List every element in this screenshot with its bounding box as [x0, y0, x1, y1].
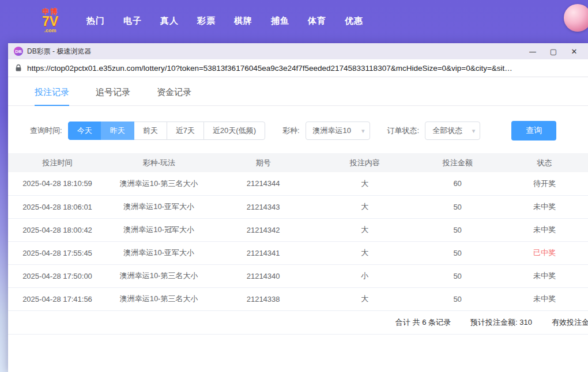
cell-issue-number: 21214341: [211, 241, 315, 264]
cell-status: 已中奖: [501, 241, 588, 264]
time-button-近20天(低频)[interactable]: 近20天(低频): [203, 122, 265, 140]
table-row: 2025-04-28 18:00:42澳洲幸运10-冠军大小21214342大5…: [8, 218, 588, 241]
cell-bet-amount: 50: [414, 218, 501, 241]
site-logo[interactable]: 申博 7V .com: [33, 8, 67, 33]
table-row: 2025-04-28 18:06:01澳洲幸运10-亚军大小21214343大5…: [8, 195, 588, 218]
cell-status: 未中奖: [501, 218, 588, 241]
cell-bet-time: 2025-04-28 17:55:45: [8, 241, 107, 264]
cell-status: 未中奖: [501, 195, 588, 218]
close-button[interactable]: ✕: [564, 44, 585, 59]
cell-bet-amount: 50: [414, 264, 501, 287]
page-content: 投注记录追号记录资金记录 查询时间: 今天昨天前天近7天近20天(低频) 彩种:…: [8, 77, 588, 372]
cell-bet-time: 2025-04-28 18:06:01: [8, 195, 107, 218]
cell-issue-number: 21214340: [211, 264, 315, 287]
table-row: 2025-04-28 17:41:56澳洲幸运10-第三名大小21214338大…: [8, 287, 588, 310]
cell-status: 未中奖: [501, 287, 588, 310]
lock-icon: [15, 64, 22, 72]
cell-bet-time: 2025-04-28 18:00:42: [8, 218, 107, 241]
nav-item-棋牌[interactable]: 棋牌: [234, 16, 252, 26]
cell-bet-content: 大: [315, 218, 414, 241]
table-row: 2025-04-28 18:10:59澳洲幸运10-第三名大小21214344大…: [8, 172, 588, 195]
address-bar[interactable]: https://ctop02pctx01.e35zun.com/lottery/…: [8, 59, 588, 77]
nav-item-彩票[interactable]: 彩票: [197, 16, 216, 26]
logo-text-bottom: .com: [33, 28, 67, 33]
cell-lottery-play: 澳洲幸运10-第三名大小: [107, 287, 211, 310]
cell-bet-amount: 50: [414, 195, 501, 218]
time-button-今天[interactable]: 今天: [68, 122, 101, 140]
time-button-group: 今天昨天前天近7天近20天(低频): [68, 122, 265, 140]
tab-资金记录[interactable]: 资金记录: [157, 87, 191, 105]
cell-bet-content: 大: [315, 241, 414, 264]
time-button-昨天[interactable]: 昨天: [101, 122, 134, 140]
col-header-彩种-玩法: 彩种-玩法: [107, 153, 211, 172]
maximize-button[interactable]: ▢: [543, 44, 564, 59]
tab-追号记录[interactable]: 追号记录: [96, 87, 130, 105]
cell-bet-time: 2025-04-28 18:10:59: [8, 172, 107, 195]
browser-window: DB DB彩票 - 极速浏览器 — ▢ ✕ https://ctop02pctx…: [8, 43, 588, 372]
cell-issue-number: 21214344: [211, 172, 315, 195]
url-text[interactable]: https://ctop02pctx01.e35zun.com/lottery/…: [27, 64, 512, 73]
lottery-filter-label: 彩种:: [282, 126, 300, 136]
cell-status: 未中奖: [501, 264, 588, 287]
cell-status: 待开奖: [501, 172, 588, 195]
window-title: DB彩票 - 极速浏览器: [27, 47, 91, 56]
summary-bar: 合计 共 6 条记录 预计投注金额: 310 有效投注金: [8, 311, 588, 335]
cell-bet-content: 小: [315, 264, 414, 287]
chevron-down-icon: ▾: [361, 127, 365, 135]
time-button-前天[interactable]: 前天: [134, 122, 167, 140]
cell-issue-number: 21214338: [211, 287, 315, 310]
tab-投注记录[interactable]: 投注记录: [35, 87, 69, 105]
nav-item-热门[interactable]: 热门: [86, 16, 105, 26]
col-header-投注金额: 投注金额: [414, 153, 501, 172]
cell-lottery-play: 澳洲幸运10-第三名大小: [107, 172, 211, 195]
cell-bet-amount: 50: [414, 287, 501, 310]
col-header-投注时间: 投注时间: [8, 153, 107, 172]
cell-lottery-play: 澳洲幸运10-亚军大小: [107, 241, 211, 264]
user-avatar[interactable]: [564, 4, 588, 32]
cell-issue-number: 21214343: [211, 195, 315, 218]
lottery-select-value: 澳洲幸运10: [313, 126, 351, 136]
search-button[interactable]: 查询: [511, 121, 556, 141]
nav-item-捕鱼[interactable]: 捕鱼: [271, 16, 289, 26]
cell-bet-content: 大: [315, 195, 414, 218]
order-status-select-value: 全部状态: [432, 126, 462, 136]
window-controls: — ▢ ✕: [522, 44, 585, 59]
minimize-button[interactable]: —: [522, 44, 543, 59]
lottery-select[interactable]: 澳洲幸运10 ▾: [306, 122, 370, 140]
cell-bet-amount: 50: [414, 241, 501, 264]
logo-text-mid: 7V: [33, 15, 67, 28]
time-filter-label: 查询时间:: [30, 126, 62, 136]
col-header-状态: 状态: [501, 153, 588, 172]
chevron-down-icon: ▾: [472, 127, 476, 135]
cell-lottery-play: 澳洲幸运10-冠军大小: [107, 218, 211, 241]
cell-bet-content: 大: [315, 172, 414, 195]
cell-bet-time: 2025-04-28 17:50:00: [8, 264, 107, 287]
nav-item-优惠[interactable]: 优惠: [345, 16, 363, 26]
order-status-filter-label: 订单状态:: [387, 126, 420, 136]
table-row: 2025-04-28 17:50:00澳洲幸运10-第三名大小21214340小…: [8, 264, 588, 287]
cell-issue-number: 21214342: [211, 218, 315, 241]
nav-item-真人[interactable]: 真人: [160, 16, 179, 26]
summary-valid-amount: 有效投注金: [552, 317, 588, 328]
cell-bet-content: 大: [315, 287, 414, 310]
summary-total-records: 合计 共 6 条记录: [395, 317, 451, 328]
bet-records-table: 投注时间彩种-玩法期号投注内容投注金额状态 2025-04-28 18:10:5…: [8, 153, 588, 311]
order-status-select[interactable]: 全部状态 ▾: [425, 122, 480, 140]
cell-bet-amount: 60: [414, 172, 501, 195]
col-header-期号: 期号: [211, 153, 315, 172]
window-titlebar[interactable]: DB DB彩票 - 极速浏览器 — ▢ ✕: [8, 43, 588, 59]
time-button-近7天[interactable]: 近7天: [167, 122, 204, 140]
table-row: 2025-04-28 17:55:45澳洲幸运10-亚军大小21214341大5…: [8, 241, 588, 264]
favicon-icon: DB: [14, 47, 23, 56]
col-header-投注内容: 投注内容: [315, 153, 414, 172]
cell-lottery-play: 澳洲幸运10-第三名大小: [107, 264, 211, 287]
filter-bar: 查询时间: 今天昨天前天近7天近20天(低频) 彩种: 澳洲幸运10 ▾ 订单状…: [30, 121, 588, 141]
cell-bet-time: 2025-04-28 17:41:56: [8, 287, 107, 310]
table-header-row: 投注时间彩种-玩法期号投注内容投注金额状态: [8, 153, 588, 172]
top-nav: 热门电子真人彩票棋牌捕鱼体育优惠: [86, 16, 363, 26]
cell-lottery-play: 澳洲幸运10-亚军大小: [107, 195, 211, 218]
summary-expected-amount: 预计投注金额: 310: [470, 317, 532, 328]
table-body: 2025-04-28 18:10:59澳洲幸运10-第三名大小21214344大…: [8, 172, 588, 310]
nav-item-体育[interactable]: 体育: [308, 16, 326, 26]
nav-item-电子[interactable]: 电子: [123, 16, 142, 26]
